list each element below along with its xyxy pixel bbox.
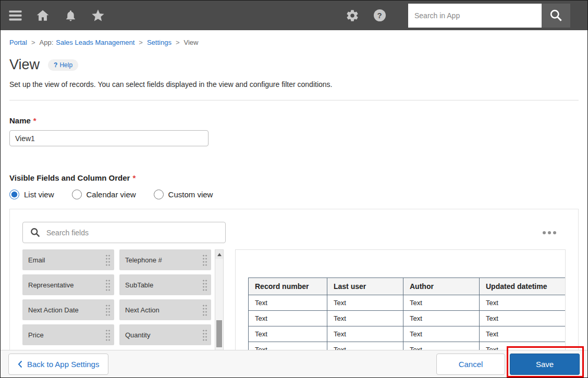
radio-custom-view-label: Custom view (168, 190, 213, 199)
preview-table-header-row: Record number Last user Author Updated d… (249, 278, 566, 295)
breadcrumb-portal-link[interactable]: Portal (9, 39, 27, 46)
table-cell: Text (249, 311, 327, 326)
name-field-label: Name* (9, 116, 579, 125)
table-cell: Text (327, 295, 403, 311)
search-icon (549, 8, 563, 22)
table-cell: Text (403, 326, 480, 342)
save-button[interactable]: Save (510, 354, 580, 375)
favorites-button[interactable] (90, 8, 106, 23)
search-icon (30, 227, 41, 238)
help-question-icon: ? (54, 61, 57, 69)
table-cell: Text (403, 311, 480, 326)
required-mark: * (33, 116, 36, 125)
fields-search-box (22, 222, 226, 243)
field-chip-label: Representative (28, 281, 74, 289)
back-to-app-settings-button[interactable]: Back to App Settings (8, 354, 108, 375)
cancel-button[interactable]: Cancel (436, 354, 505, 375)
help-button[interactable]: ? (372, 8, 387, 23)
breadcrumb-settings-link[interactable]: Settings (147, 39, 172, 46)
table-row: Text Text Text Text (249, 326, 566, 342)
notifications-button[interactable] (63, 8, 78, 23)
radio-custom-view[interactable]: Custom view (154, 190, 213, 199)
table-cell: Text (480, 311, 566, 326)
field-chip-representative[interactable]: Representative (22, 274, 114, 295)
help-link-label: Help (59, 61, 72, 69)
table-row: Text Text Text Text (249, 295, 566, 311)
drag-handle-icon[interactable] (202, 279, 207, 291)
column-header-author[interactable]: Author (403, 278, 480, 295)
drag-handle-icon[interactable] (105, 304, 111, 316)
field-chip-subtable[interactable]: SubTable (119, 274, 211, 295)
drag-handle-icon[interactable] (202, 254, 207, 266)
radio-list-view-label: List view (24, 190, 54, 199)
breadcrumb-app-prefix: App: (40, 39, 54, 46)
table-cell: Text (480, 326, 566, 342)
view-name-input[interactable] (9, 130, 209, 146)
field-chip-quantity[interactable]: Quantity (119, 324, 211, 345)
field-chip-label: Quantity (125, 331, 150, 339)
field-picker-panel: Email Telephone # Representative SubTabl… (9, 209, 579, 365)
fields-section-label: Visible Fields and Column Order* (9, 173, 579, 182)
page-header: View ? Help (9, 57, 579, 73)
table-row: Text Text Text Text (249, 311, 566, 326)
field-picker-toolbar (22, 222, 566, 243)
column-header-record-number[interactable]: Record number (249, 278, 327, 295)
bell-icon (64, 9, 77, 22)
search-input[interactable] (408, 4, 542, 28)
field-chip-label: SubTable (125, 281, 153, 289)
app-window: ? Portal > App: Sales Leads Management >… (0, 0, 588, 378)
field-chip-label: Email (28, 256, 45, 264)
action-footer: Back to App Settings Cancel Save (1, 350, 587, 377)
view-type-radio-group: List view Calendar view Custom view (9, 190, 579, 199)
column-header-last-user[interactable]: Last user (327, 278, 403, 295)
star-icon (91, 8, 105, 23)
available-fields-list: Email Telephone # Representative SubTabl… (22, 249, 211, 345)
radio-custom-view-input[interactable] (154, 190, 164, 199)
breadcrumb: Portal > App: Sales Leads Management > S… (9, 39, 579, 46)
fields-search-input[interactable] (46, 229, 218, 237)
fields-scrollbar[interactable] (215, 249, 224, 359)
drag-handle-icon[interactable] (202, 329, 207, 341)
field-chip-price[interactable]: Price (22, 324, 114, 345)
breadcrumb-app-link[interactable]: Sales Leads Management (56, 39, 134, 46)
table-cell: Text (327, 311, 403, 326)
field-picker-body: Email Telephone # Representative SubTabl… (22, 249, 566, 359)
fields-label-text: Visible Fields and Column Order (9, 173, 130, 182)
drag-handle-icon[interactable] (105, 254, 111, 266)
field-chip-label: Next Action (125, 306, 160, 314)
field-chip-next-action[interactable]: Next Action (119, 299, 211, 320)
breadcrumb-separator: > (176, 39, 180, 46)
home-button[interactable] (35, 8, 51, 23)
required-mark: * (132, 173, 136, 182)
radio-calendar-view-label: Calendar view (87, 190, 136, 199)
scroll-up-button[interactable] (215, 250, 223, 259)
name-label-text: Name (9, 116, 31, 125)
table-cell: Text (249, 295, 327, 311)
drag-handle-icon[interactable] (202, 304, 207, 316)
field-chip-next-action-date[interactable]: Next Action Date (22, 299, 114, 320)
app-settings-button[interactable] (345, 8, 360, 23)
field-chip-telephone[interactable]: Telephone # (119, 249, 211, 270)
table-cell: Text (403, 295, 480, 311)
more-options-button[interactable] (541, 226, 558, 240)
radio-list-view-input[interactable] (9, 190, 19, 199)
drag-handle-icon[interactable] (105, 329, 111, 341)
hamburger-menu-button[interactable] (7, 8, 23, 23)
radio-calendar-view-input[interactable] (72, 190, 82, 199)
field-chip-label: Next Action Date (28, 306, 79, 314)
help-link[interactable]: ? Help (48, 59, 78, 71)
breadcrumb-separator: > (31, 39, 35, 46)
breadcrumb-current: View (184, 39, 199, 46)
scrollbar-thumb[interactable] (216, 320, 222, 347)
radio-calendar-view[interactable]: Calendar view (72, 190, 136, 199)
field-chip-email[interactable]: Email (22, 249, 114, 270)
page-description: Set up the view of records. You can sele… (9, 80, 579, 89)
drag-handle-icon[interactable] (105, 279, 111, 291)
radio-list-view[interactable]: List view (9, 190, 54, 199)
column-header-updated-datetime[interactable]: Updated datetime (480, 278, 566, 295)
section-divider (9, 100, 579, 100)
search-submit-button[interactable] (542, 4, 570, 28)
breadcrumb-separator: > (139, 39, 143, 46)
back-button-label: Back to App Settings (27, 360, 99, 369)
table-cell: Text (249, 326, 327, 342)
